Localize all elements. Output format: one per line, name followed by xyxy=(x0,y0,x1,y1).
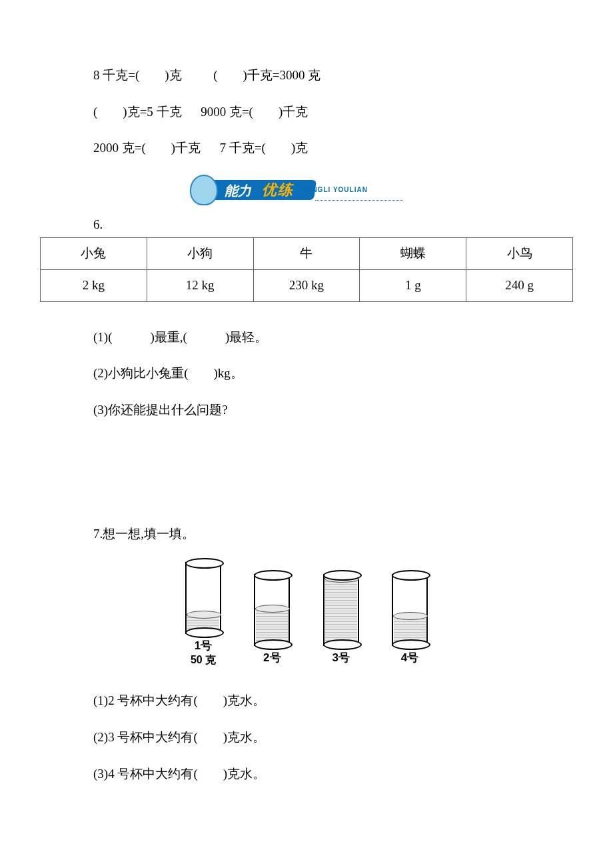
conv-2b: 9000 克=( )千克 xyxy=(201,105,308,119)
q6-sub2: (2)小狗比小兔重( )kg。 xyxy=(93,365,573,383)
q6-sub1: (1)( )最重,( )最轻。 xyxy=(93,329,573,347)
td-bird: 240 g xyxy=(466,269,573,301)
banner-bg xyxy=(200,180,316,200)
td-dog: 12 kg xyxy=(147,269,253,301)
q6-number: 6. xyxy=(40,216,573,234)
conv-1b: ( )千克=3000 克 xyxy=(213,68,320,82)
banner-underline xyxy=(315,199,403,201)
worksheet-page: 8 千克=( )克 ( )千克=3000 克 ( )克=5 千克 9000 克=… xyxy=(0,0,613,841)
cup-2: 2号 xyxy=(249,574,295,666)
cup-3-label: 3号 xyxy=(318,650,364,666)
cup-1-drawing xyxy=(185,562,221,634)
td-butterfly: 1 g xyxy=(360,269,466,301)
conversion-block: 8 千克=( )克 ( )千克=3000 克 ( )克=5 千克 9000 克=… xyxy=(40,67,573,157)
th-butterfly: 蝴蝶 xyxy=(360,238,466,270)
cup-1-label: 1号 xyxy=(180,638,227,654)
q7-sub1: (1)2 号杯中大约有( )克水。 xyxy=(93,692,573,710)
cup-1-sub: 50 克 xyxy=(180,654,227,666)
cup-3: 3号 xyxy=(318,574,364,666)
animal-mass-table: 小兔 小狗 牛 蝴蝶 小鸟 2 kg 12 kg 230 kg 1 g 240 … xyxy=(40,237,573,301)
banner-pinyin: NENGLI YOULIAN xyxy=(302,185,368,195)
section-banner: 能力 优练 NENGLI YOULIAN xyxy=(202,176,412,203)
q7-sub2: (2)3 号杯中大约有( )克水。 xyxy=(93,729,573,747)
cup-3-drawing xyxy=(323,574,359,646)
conversion-line-2: ( )克=5 千克 9000 克=( )千克 xyxy=(93,103,573,121)
th-dog: 小狗 xyxy=(147,238,253,270)
th-bird: 小鸟 xyxy=(466,238,573,270)
q7-sub3: (3)4 号杯中大约有( )克水。 xyxy=(93,765,573,783)
banner-mascot-icon xyxy=(190,175,218,205)
cup-2-label: 2号 xyxy=(249,650,295,666)
q6-sub3: (3)你还能提出什么问题? xyxy=(93,401,573,419)
cup-1: 1号 50 克 xyxy=(180,562,227,665)
conversion-line-1: 8 千克=( )克 ( )千克=3000 克 xyxy=(93,67,573,85)
th-cow: 牛 xyxy=(253,238,360,270)
q7-subquestions: (1)2 号杯中大约有( )克水。 (2)3 号杯中大约有( )克水。 (3)4… xyxy=(40,692,573,783)
th-rabbit: 小兔 xyxy=(41,238,147,270)
q7-title: 7.想一想,填一填。 xyxy=(40,525,573,543)
cups-figure: 1号 50 克 2号 xyxy=(180,562,433,665)
conversion-line-3: 2000 克=( )千克 7 千克=( )克 xyxy=(93,139,573,157)
td-rabbit: 2 kg xyxy=(41,269,147,301)
conv-2a: ( )克=5 千克 xyxy=(93,105,182,119)
banner-text-2: 优练 xyxy=(262,180,294,201)
cup-4-label: 4号 xyxy=(386,650,433,666)
cup-4: 4号 xyxy=(386,574,433,666)
q6-subquestions: (1)( )最重,( )最轻。 (2)小狗比小兔重( )kg。 (3)你还能提出… xyxy=(40,329,573,419)
cups-row: 1号 50 克 2号 xyxy=(180,562,433,665)
cup-4-drawing xyxy=(392,574,428,646)
td-cow: 230 kg xyxy=(253,269,360,301)
cup-2-drawing xyxy=(254,574,290,646)
conv-1a: 8 千克=( )克 xyxy=(93,68,182,82)
table-row-header: 小兔 小狗 牛 蝴蝶 小鸟 xyxy=(41,238,573,270)
conv-3b: 7 千克=( )克 xyxy=(220,141,308,155)
banner-text-1: 能力 xyxy=(225,181,251,200)
conv-3a: 2000 克=( )千克 xyxy=(93,141,201,155)
table-row-values: 2 kg 12 kg 230 kg 1 g 240 g xyxy=(41,269,573,301)
